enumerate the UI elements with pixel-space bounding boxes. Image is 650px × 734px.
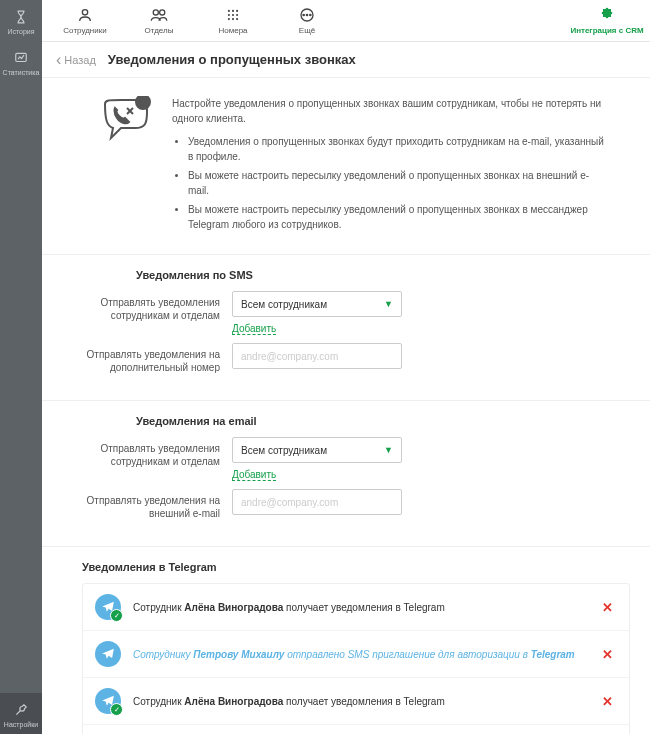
svg-point-4 [228,10,230,12]
email-targets-label: Отправлять уведомления сотрудникам и отд… [82,437,232,481]
hourglass-icon [0,8,42,26]
svg-point-3 [160,10,165,15]
telegram-delete-button[interactable]: ✕ [598,647,617,662]
tab-more[interactable]: Ещё [270,0,344,42]
tab-employees-label: Сотрудники [63,26,106,35]
email-extra-label: Отправлять уведомления на внешний e-mail [82,489,232,520]
svg-point-2 [153,10,158,15]
tab-departments[interactable]: Отделы [122,0,196,42]
left-history-label: История [0,28,42,35]
dialpad-icon [226,6,240,24]
tab-departments-label: Отделы [145,26,174,35]
svg-point-10 [228,18,230,20]
left-settings[interactable]: Настройки [0,693,42,734]
tab-crm-label: Интеграция с CRM [570,26,643,35]
telegram-item: Сотрудник Алёна Виноградова получает уве… [83,584,629,631]
email-add-link[interactable]: Добавить [232,469,276,481]
wrench-icon [0,701,42,719]
svg-text:3: 3 [141,98,146,107]
telegram-icon [95,641,121,667]
svg-point-16 [310,14,311,15]
telegram-icon [95,594,121,620]
email-title: Уведомления на email [82,415,610,427]
sms-add-link[interactable]: Добавить [232,323,276,335]
tab-crm[interactable]: Интеграция с CRM [570,0,644,42]
sms-extra-input[interactable]: andre@company.com [232,343,402,369]
telegram-item-text: Сотруднику Петрову Михаилу отправлено SM… [133,649,598,660]
svg-point-1 [82,10,87,15]
left-stats[interactable]: Статистика [0,41,42,82]
person-icon [77,6,93,24]
svg-point-9 [236,14,238,16]
svg-point-14 [303,14,304,15]
telegram-item-text: Сотрудник Алёна Виноградова получает уве… [133,696,598,707]
svg-point-5 [232,10,234,12]
telegram-title: Уведомления в Telegram [82,561,630,573]
puzzle-icon [599,6,615,24]
chart-icon [0,49,42,67]
email-targets-value: Всем сотрудникам [241,445,327,456]
chevron-down-icon: ▼ [384,299,393,309]
left-history[interactable]: История [0,0,42,41]
page-title: Уведомления о пропущенных звонках [108,52,356,67]
back-link[interactable]: Назад [56,54,96,66]
email-extra-input[interactable]: andre@company.com [232,489,402,515]
left-stats-label: Статистика [0,69,42,76]
more-icon [299,6,315,24]
missed-call-icon: 3 [82,96,172,236]
people-icon [150,6,168,24]
tab-more-label: Ещё [299,26,315,35]
svg-point-15 [306,14,307,15]
svg-point-8 [232,14,234,16]
tab-employees[interactable]: Сотрудники [48,0,122,42]
left-settings-label: Настройки [0,721,42,728]
tab-numbers[interactable]: Номера [196,0,270,42]
intro-bullet: Уведомления о пропущенных звонках будут … [188,134,610,164]
telegram-item: Сотрудник Алёна Виноградова получает уве… [83,678,629,725]
sms-title: Уведомления по SMS [82,269,610,281]
telegram-item-text: Сотрудник Алёна Виноградова получает уве… [133,602,598,613]
sms-extra-label: Отправлять уведомления на дополнительный… [82,343,232,374]
svg-point-7 [228,14,230,16]
svg-point-6 [236,10,238,12]
telegram-delete-button[interactable]: ✕ [598,694,617,709]
telegram-item: Сотруднику Петрову Михаилу отправлено SM… [83,725,629,734]
chevron-down-icon: ▼ [384,445,393,455]
intro-bullet: Вы можете настроить пересылку уведомлени… [188,168,610,198]
telegram-icon [95,688,121,714]
sms-targets-select[interactable]: Всем сотрудникам ▼ [232,291,402,317]
email-targets-select[interactable]: Всем сотрудникам ▼ [232,437,402,463]
sms-targets-label: Отправлять уведомления сотрудникам и отд… [82,291,232,335]
tab-numbers-label: Номера [218,26,247,35]
intro-bullet: Вы можете настроить пересылку уведомлени… [188,202,610,232]
svg-point-12 [236,18,238,20]
telegram-item: Сотруднику Петрову Михаилу отправлено SM… [83,631,629,678]
intro-lead: Настройте уведомления о пропущенных звон… [172,96,610,126]
svg-point-11 [232,18,234,20]
sms-targets-value: Всем сотрудникам [241,299,327,310]
telegram-delete-button[interactable]: ✕ [598,600,617,615]
